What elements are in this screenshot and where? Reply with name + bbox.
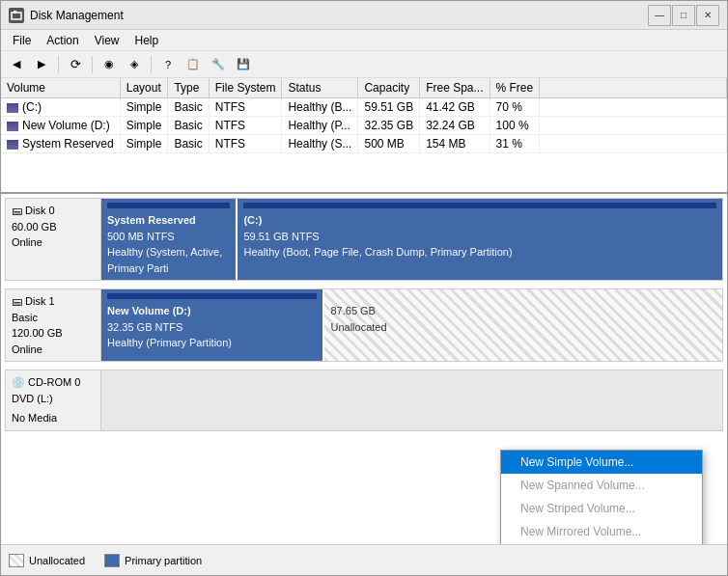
menu-help[interactable]: Help <box>127 32 167 49</box>
partition-status: Healthy (Primary Partition) <box>107 335 317 351</box>
cell-capacity: 32.35 GB <box>358 117 420 135</box>
disk-area: 🖴 Disk 0 60.00 GB Online System Reserved… <box>1 194 727 544</box>
ctx-new-mirrored[interactable]: New Mirrored Volume... <box>501 520 702 543</box>
partition-bar <box>243 203 716 208</box>
status-bar: Unallocated Primary partition <box>1 544 727 575</box>
cell-free: 154 MB <box>420 135 490 153</box>
legend-unallocated: Unallocated <box>9 554 85 567</box>
col-filesystem[interactable]: File System <box>209 78 282 98</box>
disk1-unallocated[interactable]: 87.65 GB Unallocated <box>324 289 722 361</box>
menu-action[interactable]: Action <box>39 32 86 49</box>
disk1-status: Online <box>12 342 95 358</box>
cdrom0-label: 💿 CD-ROM 0 DVD (L:) No Media <box>5 370 101 431</box>
disk-icon <box>7 122 18 131</box>
cdrom0-partition <box>101 370 723 431</box>
cell-volume: New Volume (D:) <box>1 117 120 135</box>
disk1-partitions: New Volume (D:) 32.35 GB NTFS Healthy (P… <box>101 288 723 362</box>
toolbar-btn6[interactable]: 📋 <box>182 54 205 75</box>
cell-capacity: 500 MB <box>358 135 420 153</box>
minimize-button[interactable]: — <box>648 5 671 26</box>
cell-layout: Simple <box>120 135 168 153</box>
cell-pct: 31 % <box>490 135 540 153</box>
disk0-label: 🖴 Disk 0 60.00 GB Online <box>5 198 101 281</box>
cell-fs: NTFS <box>209 135 282 153</box>
ctx-new-spanned[interactable]: New Spanned Volume... <box>501 474 702 497</box>
disk0-size: 60.00 GB <box>12 219 95 235</box>
col-layout[interactable]: Layout <box>120 78 168 98</box>
legend-unallocated-label: Unallocated <box>29 555 85 566</box>
toolbar-btn8[interactable]: 💾 <box>232 54 255 75</box>
toolbar-sep-1 <box>58 56 59 73</box>
ctx-new-simple[interactable]: New Simple Volume... <box>501 451 702 474</box>
disk1-size: 120.00 GB <box>12 325 95 342</box>
toolbar-help[interactable]: ? <box>156 54 180 75</box>
cell-volume: (C:) <box>1 98 120 117</box>
cell-layout: Simple <box>120 98 168 117</box>
svg-rect-0 <box>12 13 21 19</box>
cell-volume: System Reserved <box>1 135 120 153</box>
ctx-new-striped[interactable]: New Striped Volume... <box>501 497 702 520</box>
partition-size: 32.35 GB NTFS <box>107 319 317 336</box>
toolbar-btn4[interactable]: ◈ <box>123 54 146 75</box>
disk0-sysreserved[interactable]: System Reserved 500 MB NTFS Healthy (Sys… <box>101 199 238 280</box>
col-pctfree[interactable]: % Free <box>490 78 540 98</box>
unallocated-label: Unallocated <box>330 319 716 336</box>
cdrom0-type: DVD (L:) <box>12 391 95 407</box>
toolbar-forward[interactable]: ▶ <box>30 54 53 75</box>
disk1-d[interactable]: New Volume (D:) 32.35 GB NTFS Healthy (P… <box>101 289 324 361</box>
legend-primary-box <box>104 554 120 567</box>
cell-capacity: 59.51 GB <box>358 98 420 117</box>
disk1-label: 🖴 Disk 1 Basic 120.00 GB Online <box>5 288 101 362</box>
ctx-new-raid5[interactable]: New RAID-5 Volume... <box>501 543 702 544</box>
cdrom0-status: No Media <box>12 410 95 426</box>
table-row[interactable]: System Reserved Simple Basic NTFS Health… <box>1 135 727 153</box>
window-controls: — □ ✕ <box>648 5 719 26</box>
cell-pct: 100 % <box>490 117 540 135</box>
close-button[interactable]: ✕ <box>696 5 719 26</box>
toolbar-refresh[interactable]: ⟳ <box>64 54 87 75</box>
main-window: Disk Management — □ ✕ File Action View H… <box>0 0 728 576</box>
col-volume[interactable]: Volume <box>1 78 120 98</box>
svg-rect-1 <box>14 11 16 14</box>
unallocated-size: 87.65 GB <box>330 303 716 319</box>
cell-fs: NTFS <box>209 98 282 117</box>
partition-name: (C:) <box>243 212 716 229</box>
col-capacity[interactable]: Capacity <box>358 78 420 98</box>
disk0-status: Online <box>12 234 95 251</box>
toolbar-sep-3 <box>151 56 152 73</box>
cell-type: Basic <box>168 117 209 135</box>
partition-bar <box>107 203 230 208</box>
toolbar-btn3[interactable]: ◉ <box>98 54 121 75</box>
col-extra <box>540 78 727 98</box>
table-row[interactable]: New Volume (D:) Simple Basic NTFS Health… <box>1 117 727 135</box>
partition-bar <box>107 293 317 299</box>
menu-file[interactable]: File <box>5 32 39 49</box>
partition-size: 59.51 GB NTFS <box>243 229 716 245</box>
disk0-c[interactable]: (C:) 59.51 GB NTFS Healthy (Boot, Page F… <box>238 199 722 280</box>
legend-primary-label: Primary partition <box>125 555 202 566</box>
disk0-name: 🖴 Disk 0 <box>12 203 95 219</box>
maximize-button[interactable]: □ <box>672 5 695 26</box>
col-freespace[interactable]: Free Spa... <box>420 78 490 98</box>
disk-icon <box>7 140 18 150</box>
cdrom0-icon-name: 💿 CD-ROM 0 <box>12 374 95 391</box>
toolbar-back[interactable]: ◀ <box>5 54 28 75</box>
menu-view[interactable]: View <box>87 32 127 49</box>
col-type[interactable]: Type <box>168 78 209 98</box>
col-status[interactable]: Status <box>282 78 358 98</box>
cell-status: Healthy (S... <box>282 135 358 153</box>
partition-status: Healthy (Boot, Page File, Crash Dump, Pr… <box>243 244 716 261</box>
cell-pct: 70 % <box>490 98 540 117</box>
toolbar: ◀ ▶ ⟳ ◉ ◈ ? 📋 🔧 💾 <box>1 51 727 78</box>
disk0-row: 🖴 Disk 0 60.00 GB Online System Reserved… <box>5 198 723 281</box>
partition-name: New Volume (D:) <box>107 303 317 319</box>
cell-layout: Simple <box>120 117 168 135</box>
toolbar-btn7[interactable]: 🔧 <box>207 54 230 75</box>
title-bar: Disk Management — □ ✕ <box>1 1 727 30</box>
table-row[interactable]: (C:) Simple Basic NTFS Healthy (B... 59.… <box>1 98 727 117</box>
cell-type: Basic <box>168 98 209 117</box>
partition-size: 500 MB NTFS <box>107 229 230 245</box>
cdrom0-row: 💿 CD-ROM 0 DVD (L:) No Media <box>5 370 723 431</box>
cell-type: Basic <box>168 135 209 153</box>
cell-fs: NTFS <box>209 117 282 135</box>
